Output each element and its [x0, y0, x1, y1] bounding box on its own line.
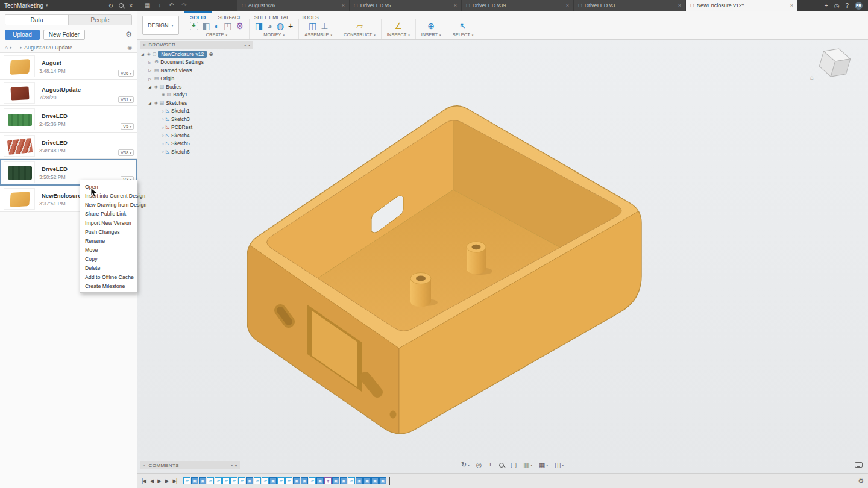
browser-node[interactable]: ○◺Sketch1: [140, 107, 253, 116]
solid-feature-icon[interactable]: ▣: [269, 477, 277, 484]
design-item[interactable]: DriveLED3:49:48 PMV38▾: [0, 133, 137, 159]
browser-node[interactable]: ◉▧Body1: [140, 91, 253, 99]
expand-arrow-icon[interactable]: ◢: [147, 84, 153, 89]
visibility-eye-icon[interactable]: ◉: [154, 101, 158, 105]
context-menu-item[interactable]: Insert into Current Design: [80, 191, 137, 200]
solid-feature-icon[interactable]: ▣: [340, 477, 347, 484]
insert-mesh-icon[interactable]: ⊕: [427, 22, 435, 30]
solid-feature-icon[interactable]: ▣: [199, 477, 206, 484]
purple-feature-icon[interactable]: ◈: [324, 477, 332, 484]
browser-node[interactable]: ○◺Sketch5: [140, 140, 253, 148]
solid-feature-icon[interactable]: ▣: [316, 477, 324, 484]
refresh-icon[interactable]: ↻: [108, 2, 113, 9]
version-badge[interactable]: V38▾: [118, 149, 134, 156]
workspace-selector[interactable]: DESIGN ▾: [142, 16, 179, 35]
sketch-feature-icon[interactable]: ▱: [238, 477, 245, 484]
members-icon[interactable]: ◉: [127, 45, 132, 51]
timeline-position-marker[interactable]: [389, 477, 390, 485]
browser-node[interactable]: ○◺Sketch3: [140, 115, 253, 124]
panel-settings-gear-icon[interactable]: ⚙: [125, 30, 132, 39]
document-tab[interactable]: ▢DriveLED v39×: [462, 0, 574, 11]
toolbar-group-label[interactable]: CONSTRUCT▾: [344, 32, 376, 39]
measure-icon[interactable]: ∠: [394, 22, 402, 30]
collapse-panel-icon[interactable]: «: [143, 463, 145, 468]
solid-feature-icon[interactable]: ▣: [301, 477, 308, 484]
version-badge[interactable]: V31▾: [118, 96, 134, 103]
create-form-icon[interactable]: ⚙: [236, 22, 244, 30]
sketch-feature-icon[interactable]: ▱: [254, 477, 261, 484]
solid-feature-icon[interactable]: ▣: [371, 477, 379, 484]
playback-control[interactable]: ▶|: [172, 478, 177, 484]
collapse-panel-icon[interactable]: «: [143, 42, 145, 48]
view-cube[interactable]: ⌂: [811, 45, 858, 82]
visibility-eye-icon[interactable]: ○: [162, 109, 164, 113]
sketch-feature-icon[interactable]: ▱: [309, 477, 316, 484]
solid-feature-icon[interactable]: ▣: [379, 477, 386, 484]
solid-feature-icon[interactable]: ▣: [246, 477, 253, 484]
toolbar-group-label[interactable]: CREATE▾: [206, 32, 227, 39]
sketch-feature-icon[interactable]: ▱: [348, 477, 355, 484]
tab-data[interactable]: Data: [5, 15, 69, 25]
solid-feature-icon[interactable]: ▣: [191, 477, 198, 484]
help-icon[interactable]: ?: [845, 2, 849, 9]
context-menu-item[interactable]: Delete: [80, 263, 137, 272]
breadcrumb-ellipsis[interactable]: ...: [14, 45, 19, 51]
viewports-icon[interactable]: ◫▾: [555, 461, 564, 468]
browser-node[interactable]: ○◺PCBRest: [140, 124, 253, 132]
fillet-icon[interactable]: ◕: [267, 22, 272, 30]
save-icon[interactable]: ↓: [158, 3, 161, 8]
context-menu-item[interactable]: New Drawing from Design: [80, 200, 137, 209]
new-folder-button[interactable]: New Folder: [43, 30, 85, 40]
pan-icon[interactable]: +: [488, 461, 492, 468]
sketch-feature-icon[interactable]: ▱: [222, 477, 230, 484]
document-tab[interactable]: ▢NewEnclosure v12*×: [686, 0, 798, 11]
home-view-icon[interactable]: ⌂: [810, 74, 814, 81]
tab-people[interactable]: People: [69, 15, 131, 25]
context-menu-item[interactable]: Push Changes: [80, 227, 137, 236]
context-menu-item[interactable]: Copy: [80, 254, 137, 263]
solid-feature-icon[interactable]: ▣: [332, 477, 339, 484]
context-menu-item[interactable]: Move: [80, 245, 137, 254]
zoom-icon[interactable]: [499, 463, 504, 468]
close-tab-icon[interactable]: ×: [454, 2, 457, 8]
close-panel-icon[interactable]: ×: [129, 2, 133, 9]
visibility-eye-icon[interactable]: ○: [162, 142, 164, 146]
user-avatar[interactable]: ER: [855, 2, 863, 10]
playback-control[interactable]: |◀: [142, 478, 146, 484]
visibility-eye-icon[interactable]: ◉: [147, 52, 151, 57]
version-badge[interactable]: V26▾: [118, 70, 134, 77]
browser-node[interactable]: ◢◉▤Sketches: [140, 99, 253, 107]
expand-arrow-icon[interactable]: ▷: [147, 68, 153, 72]
version-badge[interactable]: V5▾: [121, 123, 134, 130]
select-icon[interactable]: ↖: [459, 22, 467, 30]
viewport[interactable]: ⌂ « BROWSER ● ▾ ◢ ◉ ▢ NewE: [137, 40, 868, 473]
toolbar-group-label[interactable]: ASSEMBLE▾: [304, 32, 332, 39]
new-tab-icon[interactable]: +: [825, 2, 828, 9]
toolbar-group-label[interactable]: INSPECT▾: [387, 32, 410, 39]
document-tab[interactable]: ▢DriveLED v3×: [574, 0, 686, 11]
press-pull-icon[interactable]: ◨: [255, 22, 263, 30]
joint-icon[interactable]: ⊥: [321, 22, 328, 30]
look-at-icon[interactable]: ◎: [476, 461, 482, 468]
toolbar-group-label[interactable]: MODIFY▾: [263, 32, 285, 39]
solid-feature-icon[interactable]: ▣: [356, 477, 363, 484]
sketch-feature-icon[interactable]: ▱: [183, 477, 190, 484]
visibility-eye-icon[interactable]: ○: [162, 149, 164, 154]
combine-icon[interactable]: ◍: [277, 22, 284, 30]
undo-icon[interactable]: ↶: [169, 2, 174, 8]
context-menu-item[interactable]: Open: [80, 182, 137, 191]
create-sketch-icon[interactable]: +: [190, 22, 198, 30]
document-tab[interactable]: ▢August v26×: [237, 0, 350, 11]
expand-arrow-icon[interactable]: ▷: [147, 60, 153, 64]
redo-icon[interactable]: ↷: [181, 2, 186, 8]
grid-icon[interactable]: ▦▾: [539, 461, 548, 468]
apps-icon[interactable]: ▦: [145, 2, 150, 8]
close-tab-icon[interactable]: ×: [678, 2, 681, 8]
sketch-feature-icon[interactable]: ▱: [277, 477, 285, 484]
visibility-eye-icon[interactable]: ◉: [154, 84, 158, 89]
orbit-icon[interactable]: ↻▾: [461, 461, 470, 468]
document-tab[interactable]: ▢DriveLED v5×: [350, 0, 462, 11]
display-settings-icon[interactable]: ▥▾: [523, 461, 532, 468]
browser-node[interactable]: ▷▤Origin: [140, 75, 253, 83]
upload-button[interactable]: Upload: [5, 30, 40, 40]
